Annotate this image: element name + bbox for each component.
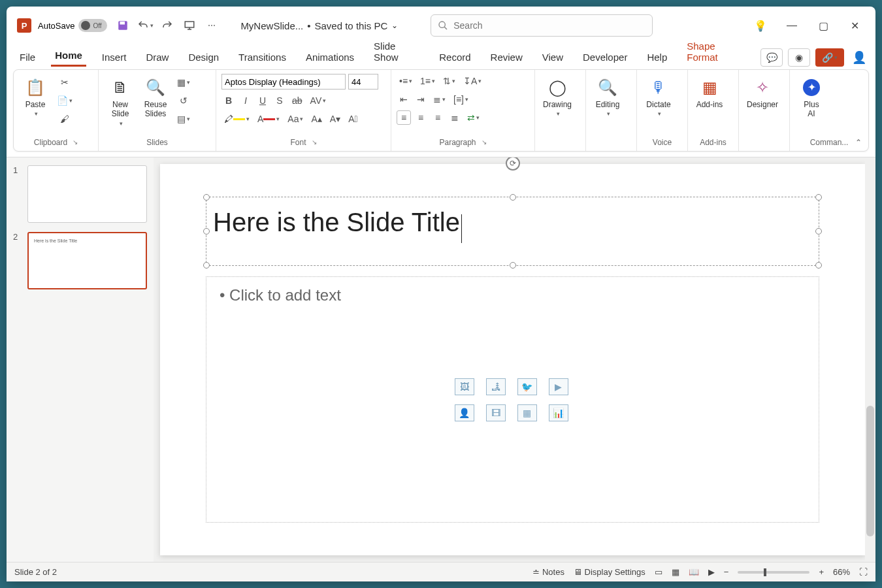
slide-canvas[interactable]: ⟳ Here is the Slide Title • Click to add…	[160, 164, 865, 555]
italic-button[interactable]: I	[238, 93, 253, 108]
toggle-switch[interactable]: Off	[78, 19, 107, 32]
tab-home[interactable]: Home	[51, 46, 86, 67]
view-normal-icon[interactable]: ▭	[655, 567, 662, 577]
body-placeholder[interactable]: • Click to add text	[220, 286, 341, 304]
view-reading-icon[interactable]: 📖	[689, 567, 699, 577]
search-box[interactable]	[431, 14, 653, 37]
scrollbar-thumb[interactable]	[866, 406, 874, 536]
font-color-button[interactable]: A	[255, 112, 282, 126]
bold-button[interactable]: B	[221, 93, 236, 108]
redo-icon[interactable]	[158, 16, 176, 35]
resize-handle[interactable]	[203, 228, 210, 235]
share-button[interactable]: 🔗	[815, 48, 844, 67]
fit-to-window-icon[interactable]: ⛶	[859, 567, 868, 577]
cut-icon[interactable]: ✂	[54, 75, 75, 90]
chevron-down-icon[interactable]: ⌄	[391, 21, 398, 30]
vertical-scrollbar[interactable]	[865, 157, 875, 562]
copy-icon[interactable]: 📄	[54, 93, 75, 108]
clear-format-button[interactable]: A⃠	[346, 112, 360, 126]
align-center-button[interactable]: ≡	[414, 110, 428, 125]
insert-chart-icon[interactable]: 📊	[549, 404, 568, 421]
resize-handle[interactable]	[815, 228, 822, 235]
slide-thumbnail-panel[interactable]: 1 2 Here is the Slide Title	[7, 157, 154, 562]
underline-button[interactable]: U	[255, 93, 270, 108]
zoom-out-button[interactable]: −	[724, 567, 729, 577]
clipboard-launcher-icon[interactable]: ↘	[73, 139, 78, 146]
section-icon[interactable]: ▤	[174, 112, 193, 126]
qat-more-icon[interactable]: ⋯	[203, 16, 221, 35]
tab-insert[interactable]: Insert	[98, 48, 131, 67]
lightbulb-icon[interactable]: 💡	[751, 16, 770, 35]
zoom-level[interactable]: 66%	[833, 567, 850, 577]
tab-help[interactable]: Help	[643, 48, 671, 67]
profile-icon[interactable]: 👤	[852, 50, 866, 65]
thumbnail-slide-2[interactable]: Here is the Slide Title	[27, 232, 147, 289]
resize-handle[interactable]	[510, 262, 516, 269]
tab-transitions[interactable]: Transitions	[235, 48, 290, 67]
change-case-button[interactable]: Aa	[285, 112, 306, 126]
tab-draw[interactable]: Draw	[142, 48, 172, 67]
resize-handle[interactable]	[815, 262, 822, 269]
insert-icon-icon[interactable]: 🐦	[517, 378, 537, 395]
insert-video-icon[interactable]: 🎞	[486, 404, 506, 421]
reuse-slides-button[interactable]: 🔍 Reuse Slides	[139, 74, 172, 122]
title-text[interactable]: Here is the Slide Title	[213, 208, 460, 237]
resize-handle[interactable]	[203, 262, 210, 269]
thumbnail-item[interactable]: 1	[13, 165, 147, 223]
reset-icon[interactable]: ↺	[174, 93, 193, 108]
view-slideshow-icon[interactable]: ▶	[708, 567, 715, 577]
document-title[interactable]: MyNewSlide... • Saved to this PC ⌄	[240, 20, 398, 31]
highlight-button[interactable]: 🖍	[221, 112, 252, 126]
resize-handle[interactable]	[510, 194, 516, 201]
undo-icon[interactable]	[136, 16, 154, 35]
align-right-button[interactable]: ≡	[431, 110, 445, 125]
slide-counter[interactable]: Slide 2 of 2	[14, 567, 57, 577]
designer-button[interactable]: ✧Designer	[744, 74, 781, 112]
drawing-button[interactable]: ◯Drawing	[540, 74, 574, 120]
tab-design[interactable]: Design	[184, 48, 223, 67]
zoom-in-button[interactable]: +	[819, 567, 824, 577]
present-icon[interactable]	[180, 16, 199, 35]
display-settings-button[interactable]: 🖥 Display Settings	[574, 567, 645, 577]
tab-animations[interactable]: Animations	[302, 48, 358, 67]
layout-icon[interactable]: ▦	[174, 75, 193, 90]
resize-handle[interactable]	[203, 194, 210, 201]
indent-dec-button[interactable]: ⇤	[397, 92, 411, 106]
justify-button[interactable]: ≣	[448, 110, 462, 125]
bullets-button[interactable]: •≡	[397, 74, 415, 88]
rotate-handle-icon[interactable]: ⟳	[506, 157, 520, 171]
tab-slideshow[interactable]: Slide Show	[370, 37, 423, 67]
align-text-button[interactable]: [≡]	[451, 92, 471, 106]
grow-font-button[interactable]: A▴	[308, 112, 324, 126]
tab-record[interactable]: Record	[435, 48, 474, 67]
list-level-button[interactable]: ≣	[431, 92, 448, 106]
collapse-ribbon-icon[interactable]: ⌃	[855, 138, 862, 147]
insert-picture-icon[interactable]: 🏞	[486, 378, 506, 395]
format-painter-icon[interactable]: 🖌	[54, 112, 75, 126]
tab-developer[interactable]: Developer	[579, 48, 631, 67]
shadow-button[interactable]: S	[272, 93, 287, 108]
addins-button[interactable]: ▦Add-ins	[693, 74, 726, 112]
content-textbox[interactable]: • Click to add text 🖼 🏞 🐦 ▶ 👤 🎞 ▦ 📊	[206, 276, 819, 523]
insert-table-icon[interactable]: ▦	[517, 404, 537, 421]
maximize-icon[interactable]: ▢	[814, 16, 832, 35]
line-spacing-button[interactable]: ⇅	[440, 74, 458, 88]
thumbnail-slide-1[interactable]	[27, 165, 147, 223]
minimize-icon[interactable]: —	[783, 16, 801, 35]
tab-review[interactable]: Review	[487, 48, 527, 67]
plusai-button[interactable]: ✦Plus AI	[795, 74, 828, 122]
new-slide-button[interactable]: 🗎 New Slide	[104, 74, 137, 130]
indent-inc-button[interactable]: ⇥	[414, 92, 428, 106]
insert-smartart-icon[interactable]: ▶	[549, 378, 568, 395]
align-left-button[interactable]: ≡	[397, 110, 411, 125]
numbering-button[interactable]: 1≡	[417, 74, 438, 88]
autosave-toggle[interactable]: AutoSave Off	[38, 19, 107, 32]
close-icon[interactable]: ✕	[845, 16, 864, 35]
tab-view[interactable]: View	[538, 48, 567, 67]
paragraph-launcher-icon[interactable]: ↘	[482, 139, 487, 146]
font-family-select[interactable]	[221, 74, 346, 90]
search-input[interactable]	[453, 20, 645, 31]
camera-button[interactable]: ◉	[788, 48, 810, 67]
font-launcher-icon[interactable]: ↘	[312, 139, 317, 146]
shrink-font-button[interactable]: A▾	[327, 112, 343, 126]
